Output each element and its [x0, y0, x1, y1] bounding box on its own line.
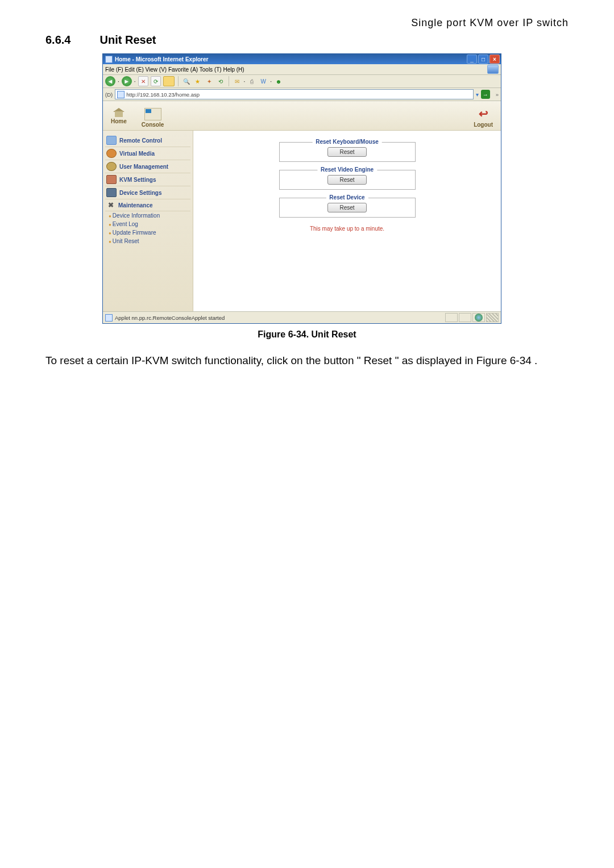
- sidebar-item-device-settings[interactable]: Device Settings: [105, 186, 190, 199]
- app-topbar: Home Console ↩ Logout: [103, 101, 501, 131]
- toolbar-sep-dot: ·: [270, 78, 272, 85]
- nav-home[interactable]: Home: [111, 108, 127, 128]
- addrbar-more-icon[interactable]: »: [496, 91, 499, 98]
- body-paragraph: To reset a certain IP-KVM switch functio…: [45, 353, 569, 369]
- nav-console-label: Console: [142, 122, 164, 128]
- toolbar-sep-dot: ·: [134, 78, 136, 85]
- toolbar-icon[interactable]: ✦: [205, 77, 214, 86]
- sidebar-item-virtual-media[interactable]: Virtual Media: [105, 147, 190, 160]
- home-button[interactable]: [163, 76, 175, 86]
- toolbar-separator: [178, 76, 179, 86]
- doc-header-text: Single port KVM over IP switch: [45, 17, 569, 29]
- sidebar-label: Maintenance: [118, 202, 153, 208]
- nav-console[interactable]: Console: [142, 108, 164, 128]
- sidebar-sub-device-information[interactable]: ●Device Information: [105, 211, 190, 220]
- toolbar-sep-dot: ·: [118, 78, 119, 85]
- forward-button[interactable]: ►: [122, 76, 132, 86]
- mail-icon[interactable]: ✉: [233, 77, 242, 86]
- sidebar-label: Device Settings: [119, 190, 161, 196]
- reset-device-group: Reset Device Reset: [279, 198, 416, 218]
- menubar-items[interactable]: File (F) Edit (E) View (V) Favorite (A) …: [105, 66, 244, 73]
- sidebar-item-maintenance[interactable]: ✖ Maintenance: [105, 199, 190, 211]
- app-body: Home Console ↩ Logout: [103, 101, 501, 311]
- sidebar-item-kvm-settings[interactable]: KVM Settings: [105, 173, 190, 186]
- window-maximize-button[interactable]: □: [478, 55, 488, 64]
- status-resize-grip: [486, 313, 499, 322]
- browser-window: Home - Microsoft Internet Explorer _ □ ×…: [102, 53, 501, 324]
- maintenance-icon: ✖: [106, 201, 115, 209]
- remote-control-icon: [106, 136, 117, 145]
- sidebar-label: User Management: [119, 164, 168, 170]
- figure-caption: Figure 6-34. Unit Reset: [45, 329, 569, 340]
- reset-video-engine-button[interactable]: Reset: [327, 175, 366, 185]
- window-titlebar: Home - Microsoft Internet Explorer _ □ ×: [103, 54, 501, 64]
- sidebar-sub-event-log[interactable]: ●Event Log: [105, 220, 190, 228]
- status-text: Applet nn.pp.rc.RemoteConsoleApplet star…: [115, 315, 225, 321]
- reset-keyboard-mouse-legend: Reset Keyboard/Mouse: [312, 139, 382, 145]
- status-cell: [459, 313, 471, 322]
- reset-keyboard-mouse-button[interactable]: Reset: [327, 147, 366, 157]
- page-icon: [117, 91, 125, 98]
- refresh-button[interactable]: ⟳: [151, 76, 161, 86]
- reset-warning-text: This may take up to a minute.: [279, 226, 416, 232]
- status-cell: [472, 313, 485, 322]
- status-cell: [445, 313, 458, 322]
- page-icon: [105, 314, 113, 322]
- reset-keyboard-mouse-group: Reset Keyboard/Mouse Reset: [279, 142, 416, 162]
- back-button[interactable]: ◄: [105, 76, 115, 86]
- sidebar-label: Virtual Media: [119, 151, 155, 157]
- url-input[interactable]: http://192.168.10.23/home.asp: [115, 89, 474, 99]
- sidebar-label: Remote Control: [119, 137, 162, 144]
- go-button[interactable]: →: [481, 90, 490, 99]
- page-icon: [105, 56, 113, 63]
- sidebar-item-user-management[interactable]: User Management: [105, 160, 190, 173]
- sidebar-sub-unit-reset[interactable]: ●Unit Reset: [105, 237, 190, 245]
- kvm-settings-icon: [106, 175, 117, 184]
- status-bar: Applet nn.pp.rc.RemoteConsoleApplet star…: [103, 311, 501, 323]
- content-area: Reset Keyboard/Mouse Reset Reset Video E…: [193, 131, 501, 311]
- edit-icon[interactable]: W: [259, 77, 268, 86]
- internet-zone-icon: [475, 314, 483, 322]
- stop-button[interactable]: ✕: [138, 76, 148, 86]
- toolbar-sep-dot: ·: [244, 78, 246, 85]
- section-title-text: Unit Reset: [100, 34, 156, 46]
- virtual-media-icon: [106, 149, 117, 158]
- history-icon[interactable]: ⟲: [216, 77, 225, 86]
- window-close-button[interactable]: ×: [489, 55, 500, 64]
- toolbar: ◄ · ► · ✕ ⟳ 🔍 ★ ✦ ⟲ ✉ · ⎙ W · ☻: [103, 75, 501, 88]
- url-dropdown-icon[interactable]: ▾: [476, 91, 479, 98]
- address-bar: (D) http://192.168.10.23/home.asp ▾ → »: [103, 88, 501, 101]
- section-number: 6.6.4: [45, 34, 97, 47]
- section-heading: 6.6.4 Unit Reset: [45, 34, 569, 47]
- home-icon: [113, 108, 125, 117]
- url-text: http://192.168.10.23/home.asp: [126, 91, 200, 98]
- search-icon[interactable]: 🔍: [182, 77, 191, 86]
- window-title: Home - Microsoft Internet Explorer: [115, 56, 208, 62]
- nav-logout[interactable]: ↩ Logout: [474, 107, 493, 128]
- reset-device-button[interactable]: Reset: [327, 203, 366, 212]
- console-icon: [144, 108, 161, 120]
- sidebar-sub-update-firmware[interactable]: ●Update Firmware: [105, 228, 190, 237]
- menubar[interactable]: File (F) Edit (E) View (V) Favorite (A) …: [103, 64, 501, 75]
- nav-home-label: Home: [111, 118, 127, 124]
- reset-video-engine-group: Reset Video Engine Reset: [279, 170, 416, 190]
- ie-logo-icon: [487, 65, 499, 74]
- logout-icon: ↩: [479, 107, 488, 120]
- user-management-icon: [106, 162, 117, 171]
- messenger-icon[interactable]: ☻: [274, 77, 283, 86]
- favorites-icon[interactable]: ★: [193, 77, 202, 86]
- reset-device-legend: Reset Device: [326, 194, 368, 201]
- sidebar: Remote Control Virtual Media User Manage…: [103, 131, 193, 311]
- print-icon[interactable]: ⎙: [247, 77, 256, 86]
- toolbar-separator: [229, 76, 229, 86]
- sidebar-label: KVM Settings: [119, 177, 156, 183]
- reset-video-engine-legend: Reset Video Engine: [317, 166, 377, 173]
- address-label: (D): [105, 91, 113, 98]
- window-minimize-button[interactable]: _: [467, 55, 477, 64]
- nav-logout-label: Logout: [474, 122, 493, 128]
- sidebar-item-remote-control[interactable]: Remote Control: [105, 134, 190, 147]
- device-settings-icon: [106, 188, 117, 197]
